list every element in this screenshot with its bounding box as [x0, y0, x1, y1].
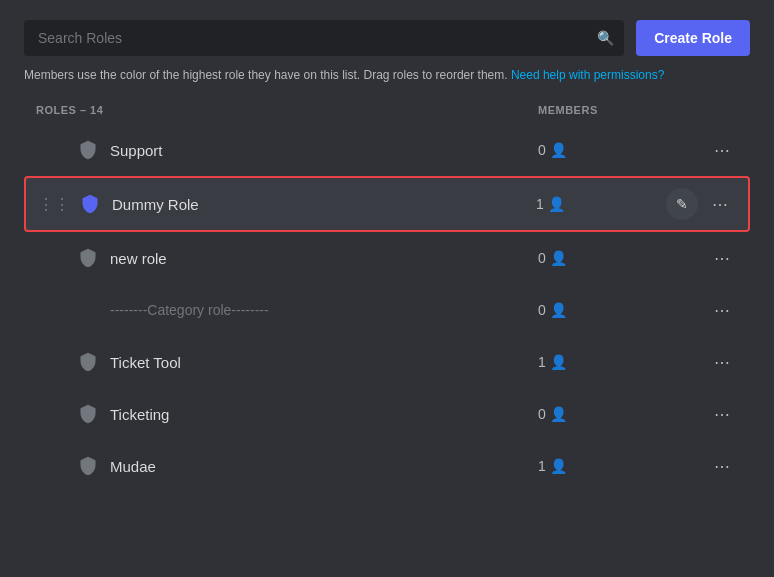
search-row: 🔍 Create Role: [24, 20, 750, 56]
search-input[interactable]: [24, 20, 624, 56]
role-actions: ⋯: [658, 346, 738, 378]
role-members-count: 0👤: [538, 406, 658, 422]
role-icon: [76, 138, 100, 162]
members-icon: 👤: [550, 142, 567, 158]
role-name: new role: [110, 250, 538, 267]
role-icon: [76, 350, 100, 374]
role-name: Ticket Tool: [110, 354, 538, 371]
role-row[interactable]: ⋮⋮ Support0👤⋯: [24, 124, 750, 176]
role-members-count: 0👤: [538, 250, 658, 266]
members-icon: 👤: [548, 196, 565, 212]
role-icon: [78, 192, 102, 216]
role-name: Dummy Role: [112, 196, 536, 213]
role-row[interactable]: ⋮⋮--------Category role--------0👤⋯: [24, 284, 750, 336]
role-row[interactable]: ⋮⋮ Mudae1👤⋯: [24, 440, 750, 492]
role-name: Support: [110, 142, 538, 159]
role-name: --------Category role--------: [110, 302, 538, 318]
more-options-button[interactable]: ⋯: [706, 450, 738, 482]
role-row[interactable]: ⋮⋮ new role0👤⋯: [24, 232, 750, 284]
role-name: Ticketing: [110, 406, 538, 423]
more-options-button[interactable]: ⋯: [704, 188, 736, 220]
search-wrapper: 🔍: [24, 20, 624, 56]
help-text: Members use the color of the highest rol…: [24, 66, 750, 84]
create-role-button[interactable]: Create Role: [636, 20, 750, 56]
roles-list: ⋮⋮ Support0👤⋯⋮⋮ Dummy Role1👤✎⋯⋮⋮ new rol…: [24, 124, 750, 492]
role-members-count: 1👤: [538, 354, 658, 370]
members-icon: 👤: [550, 354, 567, 370]
role-name: Mudae: [110, 458, 538, 475]
roles-count-label: ROLES – 14: [36, 104, 538, 116]
edit-role-button[interactable]: ✎: [666, 188, 698, 220]
more-options-button[interactable]: ⋯: [706, 398, 738, 430]
members-column-label: MEMBERS: [538, 104, 658, 116]
role-members-count: 1👤: [536, 196, 656, 212]
role-row[interactable]: ⋮⋮ Ticketing0👤⋯: [24, 388, 750, 440]
role-actions: ⋯: [658, 134, 738, 166]
role-icon: [76, 454, 100, 478]
role-actions: ⋯: [658, 242, 738, 274]
role-actions: ✎⋯: [656, 188, 736, 220]
roles-header: ROLES – 14 MEMBERS: [24, 104, 750, 124]
more-options-button[interactable]: ⋯: [706, 346, 738, 378]
role-row[interactable]: ⋮⋮ Ticket Tool1👤⋯: [24, 336, 750, 388]
role-row[interactable]: ⋮⋮ Dummy Role1👤✎⋯: [24, 176, 750, 232]
members-icon: 👤: [550, 302, 567, 318]
search-icon: 🔍: [597, 30, 614, 46]
members-icon: 👤: [550, 250, 567, 266]
drag-handle-icon: ⋮⋮: [38, 195, 70, 214]
role-icon: [76, 402, 100, 426]
members-icon: 👤: [550, 458, 567, 474]
role-actions: ⋯: [658, 398, 738, 430]
members-icon: 👤: [550, 406, 567, 422]
help-link[interactable]: Need help with permissions?: [511, 68, 664, 82]
more-options-button[interactable]: ⋯: [706, 242, 738, 274]
role-members-count: 0👤: [538, 302, 658, 318]
role-icon: [76, 246, 100, 270]
role-members-count: 0👤: [538, 142, 658, 158]
more-options-button[interactable]: ⋯: [706, 134, 738, 166]
role-actions: ⋯: [658, 294, 738, 326]
role-icon: [76, 298, 100, 322]
role-members-count: 1👤: [538, 458, 658, 474]
role-actions: ⋯: [658, 450, 738, 482]
more-options-button[interactable]: ⋯: [706, 294, 738, 326]
